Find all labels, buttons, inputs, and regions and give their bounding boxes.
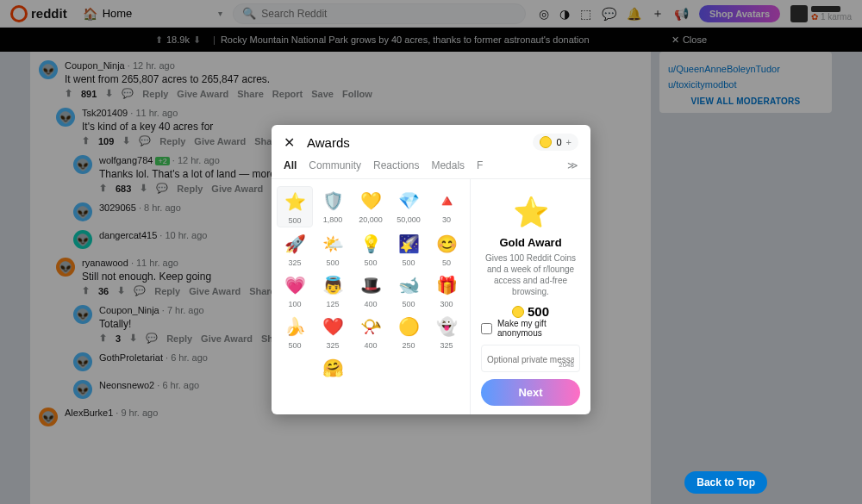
next-button[interactable]: Next <box>481 379 580 406</box>
award-cell[interactable]: 📯 400 <box>353 312 389 352</box>
coin-icon <box>540 136 552 148</box>
modal-tabs: AllCommunityReactionsMedalsF≫ <box>272 159 590 179</box>
award-cell[interactable]: 💛 20,000 <box>353 186 389 227</box>
award-cell[interactable]: 💗 100 <box>277 271 313 310</box>
award-cell[interactable]: 🚀 325 <box>277 229 313 269</box>
award-icon: 🟡 <box>396 314 422 339</box>
award-cell[interactable]: ❤️ 325 <box>315 312 351 352</box>
selected-award-name: Gold Award <box>481 236 580 249</box>
award-tab[interactable]: All <box>284 159 297 171</box>
award-icon: 📯 <box>358 314 384 339</box>
award-price: 325 <box>430 341 463 350</box>
modal-header: ✕ Awards 0 + <box>272 125 590 159</box>
selected-award-cost: 500 <box>481 304 580 319</box>
award-icon: 🍌 <box>282 314 308 339</box>
award-icon: 🌠 <box>396 231 422 257</box>
award-icon <box>282 355 308 381</box>
award-cell[interactable]: 💡 500 <box>353 229 389 269</box>
award-price: 125 <box>316 300 349 308</box>
award-cell[interactable]: 🌠 500 <box>390 229 427 269</box>
award-detail-panel: ⭐ Gold Award Gives 100 Reddit Coins and … <box>470 179 590 414</box>
award-cell[interactable]: 🎩 400 <box>353 271 389 310</box>
award-icon: ❤️ <box>320 314 346 339</box>
award-price: 20,000 <box>354 215 387 224</box>
award-price: 325 <box>278 258 311 267</box>
anonymous-label: Make my gift anonymous <box>497 319 580 338</box>
award-tab[interactable]: Medals <box>431 159 465 171</box>
award-price: 1,800 <box>316 215 349 224</box>
award-cell[interactable]: 💎 50,000 <box>390 186 427 227</box>
award-cell[interactable]: 🤗 <box>315 353 351 384</box>
back-to-top-button[interactable]: Back to Top <box>684 471 767 494</box>
award-icon: 🚀 <box>282 231 308 257</box>
award-icon: 💗 <box>282 272 308 298</box>
award-icon: 🎁 <box>434 272 459 298</box>
award-icon: ⭐ <box>282 189 308 215</box>
award-icon: 💛 <box>358 188 384 214</box>
award-icon: 🎩 <box>358 272 384 298</box>
awards-modal: ✕ Awards 0 + AllCommunityReactionsMedals… <box>272 125 590 414</box>
scroll-tabs-icon[interactable]: ≫ <box>567 159 578 171</box>
award-price: 400 <box>354 341 387 350</box>
award-price: 50,000 <box>392 215 425 224</box>
anonymous-row[interactable]: Make my gift anonymous <box>481 319 580 338</box>
coin-balance: 0 <box>556 137 561 147</box>
anonymous-checkbox[interactable] <box>481 323 492 334</box>
award-icon: 🛡️ <box>320 188 346 214</box>
award-icon: 🌤️ <box>320 231 346 257</box>
award-cell[interactable]: 🎁 300 <box>428 271 465 310</box>
award-price: 400 <box>354 300 387 308</box>
coin-balance-pill[interactable]: 0 + <box>533 134 578 151</box>
award-price: 50 <box>430 258 463 267</box>
award-cell[interactable]: 😊 50 <box>428 229 465 269</box>
award-price: 500 <box>354 258 387 267</box>
award-cell[interactable]: ⭐ 500 <box>277 186 313 227</box>
message-char-limit: 2048 <box>559 361 574 369</box>
award-price: 250 <box>392 341 425 350</box>
award-cell[interactable]: 🐋 500 <box>390 271 427 310</box>
coin-icon <box>512 306 524 318</box>
award-icon: 🔺 <box>434 188 459 214</box>
message-box[interactable]: 2048 <box>481 345 580 372</box>
award-price: 300 <box>430 300 463 308</box>
award-price: 500 <box>278 341 311 350</box>
award-cell[interactable]: 🌤️ 500 <box>315 229 351 269</box>
award-cell[interactable]: 🔺 30 <box>428 186 465 227</box>
award-icon: 😊 <box>434 231 459 257</box>
modal-close-button[interactable]: ✕ <box>284 134 295 151</box>
award-price: 500 <box>392 300 425 308</box>
award-price: 500 <box>279 216 310 225</box>
award-price: 30 <box>430 215 463 224</box>
award-cell[interactable] <box>277 353 313 384</box>
modal-title: Awards <box>307 135 533 150</box>
award-cell[interactable]: 🟡 250 <box>390 312 427 352</box>
award-cell[interactable]: 👼 125 <box>315 271 351 310</box>
modal-body: ⭐ 500🛡️ 1,800💛 20,000💎 50,000🔺 30🚀 325🌤️… <box>272 179 590 414</box>
award-cell[interactable]: 🛡️ 1,800 <box>315 186 351 227</box>
add-coins-icon[interactable]: + <box>566 137 572 147</box>
award-icon: 🤗 <box>320 355 346 381</box>
award-tab[interactable]: Community <box>309 159 361 171</box>
award-icon: 👻 <box>434 314 459 339</box>
award-tab[interactable]: F <box>477 159 483 171</box>
selected-award-desc: Gives 100 Reddit Coins and a week of r/l… <box>481 252 580 297</box>
award-icon: 💎 <box>396 188 422 214</box>
award-price: 500 <box>392 258 425 267</box>
awards-grid: ⭐ 500🛡️ 1,800💛 20,000💎 50,000🔺 30🚀 325🌤️… <box>272 179 470 414</box>
award-price: 325 <box>316 341 349 350</box>
modal-overlay[interactable]: ✕ Awards 0 + AllCommunityReactionsMedals… <box>0 0 862 504</box>
award-icon: 🐋 <box>396 272 422 298</box>
award-icon: 💡 <box>358 231 384 257</box>
award-cell[interactable]: 🍌 500 <box>277 312 313 352</box>
award-price: 100 <box>278 300 311 308</box>
selected-award-icon: ⭐ <box>512 193 550 231</box>
award-icon: 👼 <box>320 272 346 298</box>
award-cell[interactable]: 👻 325 <box>428 312 465 352</box>
award-tab[interactable]: Reactions <box>373 159 419 171</box>
award-price: 500 <box>316 258 349 267</box>
